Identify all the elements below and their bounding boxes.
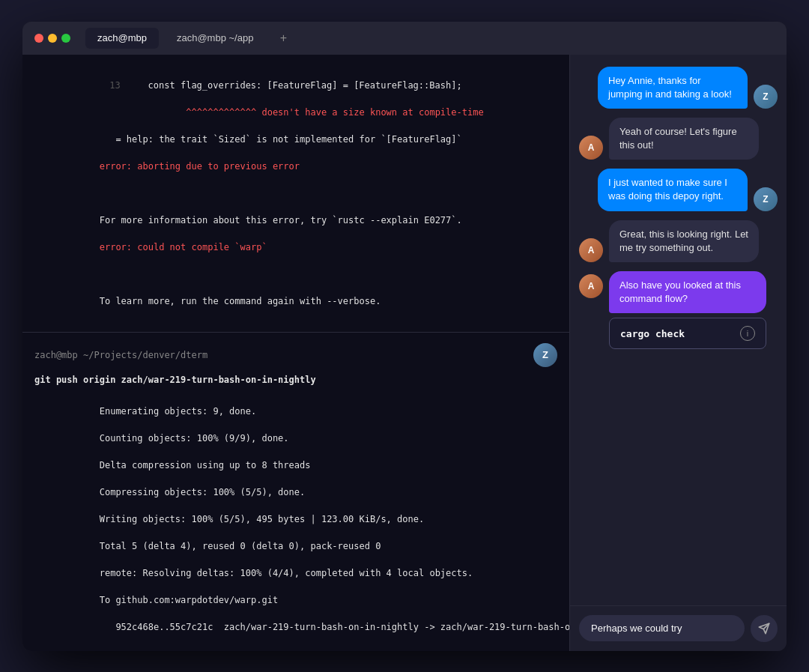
bubble-1: Hey Annie, thanks for jumping in and tak… (598, 67, 748, 109)
terminal-section-error: 13 const flag_overrides: [FeatureFlag] =… (22, 55, 569, 333)
code-bubble-label: cargo check (620, 328, 685, 339)
message-4: A Great, this is looking right. Let me t… (579, 220, 778, 262)
bubble-4: Great, this is looking right. Let me try… (609, 220, 759, 262)
avatar-annie-2: A (579, 136, 603, 160)
bubble-2: Yeah of course! Let's figure this out! (609, 118, 759, 160)
prompt-path-git: zach@mbp ~/Projects/denver/dterm (34, 348, 207, 362)
chat-messages: Z Hey Annie, thanks for jumping in and t… (570, 55, 787, 605)
code-bubble-cargo-check[interactable]: cargo check i (609, 318, 766, 349)
fullscreen-button[interactable] (61, 34, 70, 43)
titlebar: zach@mbp zach@mbp ~/app + (22, 22, 787, 55)
avatar-zach-3: Z (754, 187, 778, 211)
avatar-zach-git: Z (533, 343, 557, 367)
app-window: zach@mbp zach@mbp ~/app + 13 const flag_… (22, 22, 787, 651)
message-5-container: Also have you looked at this command flo… (609, 271, 766, 349)
tab-zach-mbp[interactable]: zach@mbp (85, 28, 159, 49)
terminal-section-git-push: zach@mbp ~/Projects/denver/dterm Z git p… (22, 333, 569, 651)
chat-input-area (570, 605, 787, 651)
avatar-annie-4: A (579, 238, 603, 262)
avatar-annie-5: A (579, 274, 603, 298)
main-content: 13 const flag_overrides: [FeatureFlag] =… (22, 55, 787, 651)
traffic-lights (34, 34, 70, 43)
minimize-button[interactable] (48, 34, 57, 43)
info-icon[interactable]: i (740, 326, 755, 341)
chat-input[interactable] (579, 615, 745, 641)
message-1: Z Hey Annie, thanks for jumping in and t… (579, 67, 778, 109)
tab-zach-mbp-app[interactable]: zach@mbp ~/app (165, 28, 265, 49)
avatar-zach-1: Z (754, 85, 778, 109)
send-button[interactable] (751, 615, 778, 642)
message-2: A Yeah of course! Let's figure this out! (579, 118, 778, 160)
message-3: Z I just wanted to make sure I was doing… (579, 169, 778, 211)
close-button[interactable] (34, 34, 43, 43)
git-push-cmd: git push origin zach/war-219-turn-bash-o… (34, 373, 557, 387)
terminal-scroll[interactable]: 13 const flag_overrides: [FeatureFlag] =… (22, 55, 569, 651)
new-tab-button[interactable]: + (274, 29, 292, 47)
chat-panel: Z Hey Annie, thanks for jumping in and t… (569, 55, 787, 651)
message-5: A Also have you looked at this command f… (579, 271, 778, 349)
send-icon (758, 623, 770, 635)
bubble-5-text: Also have you looked at this command flo… (609, 271, 766, 313)
bubble-3: I just wanted to make sure I was doing t… (598, 169, 748, 211)
terminal-panel: 13 const flag_overrides: [FeatureFlag] =… (22, 55, 569, 651)
